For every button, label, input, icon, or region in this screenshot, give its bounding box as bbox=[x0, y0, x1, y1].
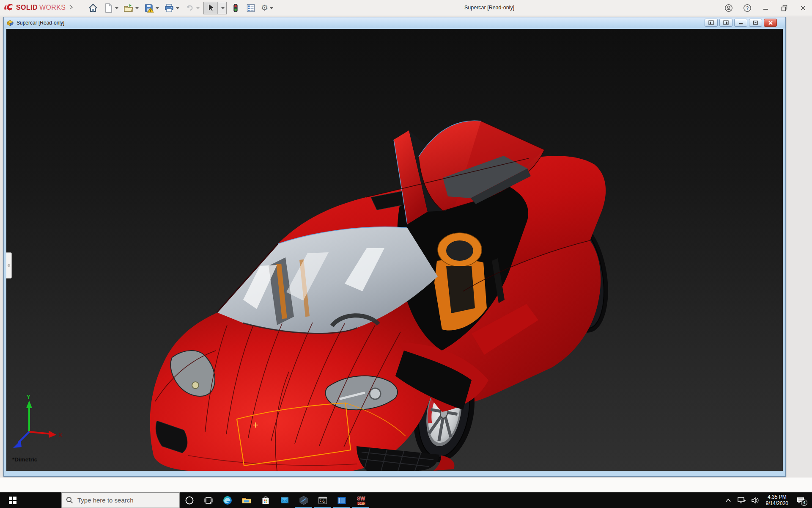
tray-network-button[interactable] bbox=[736, 492, 747, 508]
store-icon bbox=[261, 496, 270, 505]
command-prompt-icon: C:\ bbox=[318, 495, 328, 505]
taskbar-item-task-view[interactable] bbox=[199, 492, 218, 508]
sw-badge-letters: SW bbox=[357, 496, 365, 502]
options-dropdown[interactable] bbox=[270, 7, 273, 9]
undo-button[interactable] bbox=[183, 2, 201, 14]
taskbar-item-file-explorer[interactable] bbox=[237, 492, 256, 508]
close-button[interactable] bbox=[797, 2, 809, 14]
document-minimize-button[interactable] bbox=[734, 19, 747, 27]
tray-clock[interactable]: 4:35 PM 9/14/2020 bbox=[763, 494, 791, 507]
options-button[interactable]: ⚙ bbox=[260, 2, 274, 14]
triad-y-label: Y bbox=[27, 394, 30, 400]
search-icon bbox=[66, 497, 73, 504]
select-tool-button[interactable] bbox=[203, 2, 227, 14]
document-titlebar[interactable]: Supercar [Read-only] bbox=[4, 17, 785, 28]
solidworks-logo-icon bbox=[3, 3, 14, 12]
select-cursor-icon bbox=[206, 3, 216, 13]
file-properties-button[interactable] bbox=[244, 2, 257, 14]
hexagon-app-icon bbox=[299, 495, 309, 505]
menu-flyout-arrow-icon[interactable] bbox=[69, 4, 73, 10]
taskbar-item-edge[interactable] bbox=[218, 492, 237, 508]
quick-access-toolbar: ⚙ bbox=[87, 2, 277, 14]
help-button[interactable]: ? bbox=[741, 2, 754, 14]
print-button[interactable] bbox=[163, 2, 181, 14]
new-document-icon bbox=[103, 3, 113, 13]
restore-icon bbox=[781, 4, 788, 12]
print-dropdown[interactable] bbox=[176, 7, 179, 9]
print-icon bbox=[164, 3, 174, 13]
windows-start-icon bbox=[9, 497, 16, 504]
speaker-icon bbox=[751, 497, 760, 504]
pane-split-left-icon bbox=[708, 20, 714, 25]
solidworks-logo: SOLIDWORKS bbox=[3, 3, 66, 12]
save-button[interactable] bbox=[143, 2, 160, 14]
open-dropdown[interactable] bbox=[135, 7, 139, 9]
restore-button[interactable] bbox=[778, 2, 791, 14]
app-window-title: Supercar [Read-only] bbox=[464, 5, 514, 11]
graphics-viewport[interactable]: Y X *Dimetric bbox=[6, 29, 783, 471]
gear-icon: ⚙ bbox=[261, 3, 268, 13]
help-icon: ? bbox=[743, 4, 752, 12]
document-window-controls bbox=[705, 19, 777, 27]
taskbar-gap bbox=[25, 492, 61, 508]
new-document-dropdown[interactable] bbox=[115, 7, 118, 9]
file-properties-icon bbox=[246, 3, 256, 13]
undo-dropdown[interactable] bbox=[196, 7, 200, 9]
taskbar-item-command-prompt[interactable]: C:\ bbox=[313, 492, 332, 508]
notification-badge: 4 bbox=[801, 500, 807, 506]
rebuild-button[interactable] bbox=[229, 2, 242, 14]
taskbar: C:\ SW 2020 bbox=[0, 492, 812, 508]
tray-chevron-button[interactable] bbox=[723, 492, 734, 508]
document-close-button[interactable] bbox=[764, 19, 777, 27]
status-bar-area bbox=[0, 478, 812, 492]
triad-x-label: X bbox=[59, 432, 62, 438]
cortana-icon bbox=[185, 496, 194, 505]
document-window: Supercar [Read-only] bbox=[3, 17, 786, 477]
pane-split-left-button[interactable] bbox=[705, 19, 718, 27]
search-input[interactable] bbox=[77, 497, 162, 504]
tray-volume-button[interactable] bbox=[750, 492, 761, 508]
brand-solid: SOLID bbox=[16, 4, 38, 11]
home-icon bbox=[88, 3, 98, 13]
task-view-icon bbox=[204, 496, 213, 505]
chevron-up-icon bbox=[725, 498, 731, 502]
action-center-button[interactable]: 4 bbox=[793, 492, 808, 508]
taskbar-item-mail[interactable] bbox=[275, 492, 294, 508]
viewport-canvas[interactable]: Y X *Dimetric bbox=[6, 29, 783, 471]
taskbar-search[interactable] bbox=[61, 492, 180, 508]
taskbar-item-app-window[interactable] bbox=[332, 492, 351, 508]
select-tool-dropdown[interactable] bbox=[217, 2, 226, 14]
save-icon bbox=[144, 3, 154, 13]
car-model[interactable] bbox=[150, 121, 616, 471]
part-document-icon bbox=[6, 19, 14, 26]
traffic-light-icon bbox=[230, 3, 241, 13]
taskbar-item-store[interactable] bbox=[256, 492, 275, 508]
system-tray: 4:35 PM 9/14/2020 4 bbox=[723, 492, 812, 508]
account-button[interactable] bbox=[722, 2, 735, 14]
save-dropdown[interactable] bbox=[156, 7, 159, 9]
taskbar-item-hexagon-app[interactable] bbox=[294, 492, 313, 508]
start-button[interactable] bbox=[0, 492, 25, 508]
undo-icon bbox=[184, 3, 195, 13]
home-button[interactable] bbox=[87, 2, 99, 14]
open-button[interactable] bbox=[122, 2, 140, 14]
document-close-icon bbox=[768, 21, 773, 25]
network-icon bbox=[737, 497, 746, 504]
feature-tree-collapse-tab[interactable] bbox=[6, 252, 12, 279]
minimize-icon bbox=[763, 5, 769, 11]
new-document-button[interactable] bbox=[102, 2, 120, 14]
cmd-glyph: C:\ bbox=[320, 499, 325, 502]
app-window-icon bbox=[337, 495, 347, 505]
document-restore-button[interactable] bbox=[749, 19, 762, 27]
pane-split-right-button[interactable] bbox=[719, 19, 732, 27]
reference-triad: Y X bbox=[13, 394, 62, 448]
taskbar-item-cortana[interactable] bbox=[180, 492, 199, 508]
document-minimize-icon bbox=[738, 21, 743, 25]
minimize-button[interactable] bbox=[760, 2, 772, 14]
solidworks-2020-icon: SW 2020 bbox=[355, 495, 366, 506]
taskbar-apps: C:\ SW 2020 bbox=[180, 492, 370, 508]
taskbar-item-solidworks-2020[interactable]: SW 2020 bbox=[351, 492, 370, 508]
document-title: Supercar [Read-only] bbox=[16, 20, 64, 26]
sw-badge-year: 2020 bbox=[358, 502, 365, 505]
collapse-tab-dot-icon bbox=[8, 264, 10, 267]
